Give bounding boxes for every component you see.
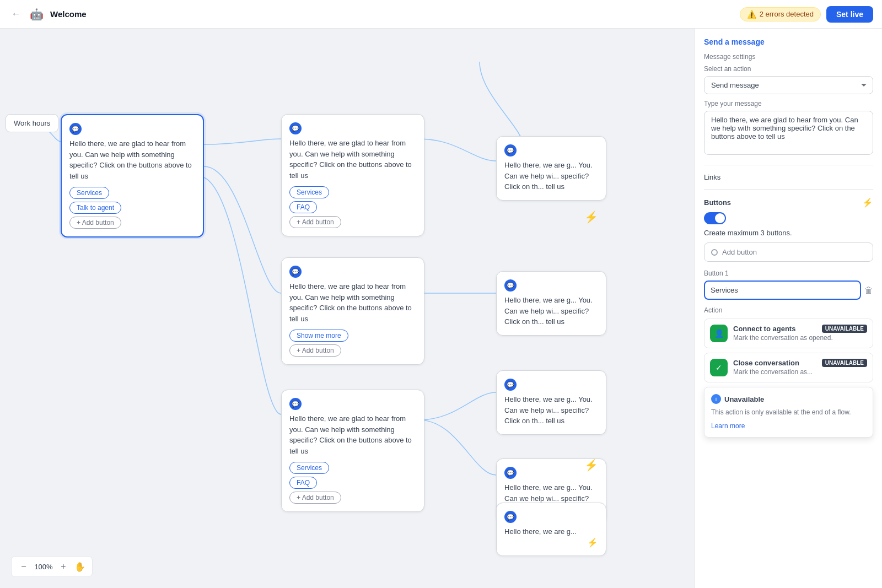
lightning-icon: ⚡ [862, 197, 873, 208]
action-icon-1: 👤 [710, 325, 728, 342]
tooltip-header: i Unavailable [711, 394, 866, 404]
node-text-6: Hello there, we are glad to hear from yo… [289, 413, 416, 456]
flow-node-3[interactable]: 💬 Hello there, we are g... You. Can we h… [496, 136, 606, 201]
divider-1 [704, 165, 873, 165]
warning-icon: ⚠️ [747, 10, 756, 19]
node-icon-1: 💬 [69, 123, 82, 135]
error-count: 2 errors detected [760, 10, 814, 18]
buttons-label: Buttons [704, 198, 731, 207]
unavailable-badge-1: UNAVAILABLE [822, 325, 867, 333]
links-label: Links [704, 173, 873, 181]
topbar-left: ← 🤖 Welcome [9, 6, 87, 22]
node-icon-5: 💬 [504, 279, 517, 292]
node-text-5: Hello there, we are g... You. Can we hel… [504, 295, 598, 327]
add-button-row[interactable]: Add button [704, 242, 873, 262]
node-icon-8: 💬 [504, 467, 517, 479]
connect-agents-icon: 👤 [714, 329, 724, 338]
node-buttons-6: Services FAQ + Add button [289, 462, 416, 504]
node-text-4: Hello there, we are glad to hear from yo… [289, 281, 416, 324]
services-button-2[interactable]: Services [289, 186, 329, 198]
node-text-9: Hello there, we are g... [504, 526, 598, 537]
flow-node-4[interactable]: 💬 Hello there, we are glad to hear from … [281, 257, 424, 365]
talk-agent-button[interactable]: Talk to agent [69, 202, 121, 214]
tooltip-text: This action is only available at the end… [711, 407, 866, 417]
send-message-title: Send a message [704, 37, 873, 46]
radio-dot [711, 249, 718, 256]
services-button-6[interactable]: Services [289, 462, 329, 474]
right-panel: Send a message Message settings Select a… [695, 29, 882, 588]
lightning-1: ⚡ [584, 211, 598, 224]
add-button-1[interactable]: + Add button [69, 217, 121, 229]
button1-label: Button 1 [704, 269, 873, 277]
action-content-2: Close conversation Mark the conversation… [733, 359, 813, 376]
action-desc-1: Mark the conversation as opened. [733, 334, 833, 342]
delete-button1[interactable]: 🗑 [864, 285, 873, 295]
back-button[interactable]: ← [9, 6, 23, 22]
flow-node-9[interactable]: 💬 Hello there, we are g... ⚡ [496, 503, 606, 556]
action-desc-2: Mark the conversation as... [733, 368, 813, 376]
work-hours-node: Work hours [6, 114, 58, 132]
info-icon: i [711, 394, 721, 404]
add-button-label: Add button [722, 248, 757, 256]
toggle-wrap [704, 212, 873, 224]
faq-button-2[interactable]: FAQ [289, 201, 317, 213]
action-icon-2: ✓ [710, 359, 728, 376]
set-live-button[interactable]: Set live [826, 6, 873, 23]
add-button-2[interactable]: + Add button [289, 216, 341, 228]
action-item-1: 👤 Connect to agents Mark the conversatio… [704, 319, 873, 348]
work-hours-label: Work hours [14, 119, 50, 127]
flow-node-5[interactable]: 💬 Hello there, we are g... You. Can we h… [496, 271, 606, 336]
node-icon-7: 💬 [504, 379, 517, 391]
action-label: Action [704, 306, 873, 314]
create-max-text: Create maximum 3 buttons. [704, 229, 873, 237]
flow-node-2[interactable]: 💬 Hello there, we are glad to hear from … [281, 114, 424, 236]
zoom-in-button[interactable]: + [57, 560, 70, 573]
lightning-2: ⚡ [584, 458, 598, 472]
tooltip-title: Unavailable [724, 395, 764, 403]
hand-tool-button[interactable]: ✋ [73, 560, 87, 573]
node-buttons-2: Services FAQ + Add button [289, 186, 416, 228]
action-title-2: Close conversation [733, 359, 813, 367]
topbar: ← 🤖 Welcome ⚠️ 2 errors detected Set liv… [0, 0, 882, 29]
zoom-out-button[interactable]: − [17, 560, 30, 573]
node-text-1: Hello there, we are glad to hear from yo… [69, 138, 195, 181]
action-content-1: Connect to agents Mark the conversation … [733, 325, 833, 342]
app-icon: 🤖 [30, 8, 44, 21]
flow-node-1[interactable]: 💬 Hello there, we are glad to hear from … [61, 114, 204, 238]
button1-input[interactable] [704, 280, 861, 300]
node-text-3: Hello there, we are g... You. Can we hel… [504, 160, 598, 192]
message-textarea[interactable]: Hello there, we are glad to hear from yo… [704, 111, 873, 155]
add-button-6[interactable]: + Add button [289, 492, 341, 504]
type-message-label: Type your message [704, 100, 873, 107]
action-title-1: Connect to agents [733, 325, 833, 333]
node-icon-3: 💬 [504, 144, 517, 157]
action-item-2: ✓ Close conversation Mark the conversati… [704, 353, 873, 382]
node-buttons-1: Services Talk to agent + Add button [69, 187, 195, 229]
unavailable-tooltip: i Unavailable This action is only availa… [704, 387, 873, 438]
node-buttons-4: Show me more + Add button [289, 330, 416, 357]
flow-node-7[interactable]: 💬 Hello there, we are g... You. Can we h… [496, 370, 606, 435]
app-title: Welcome [50, 9, 87, 19]
add-button-4[interactable]: + Add button [289, 344, 341, 357]
flow-node-6[interactable]: 💬 Hello there, we are glad to hear from … [281, 390, 424, 512]
buttons-toggle[interactable] [704, 212, 726, 224]
node-text-7: Hello there, we are g... You. Can we hel… [504, 394, 598, 427]
learn-more-link[interactable]: Learn more [711, 422, 745, 430]
services-button-1[interactable]: Services [69, 187, 109, 199]
node-icon-4: 💬 [289, 266, 302, 278]
faq-button-6[interactable]: FAQ [289, 477, 317, 489]
show-more-button[interactable]: Show me more [289, 330, 348, 342]
node-icon-9: 💬 [504, 511, 517, 523]
action-select[interactable]: Send message [704, 76, 873, 94]
button1-row: 🗑 [704, 280, 873, 300]
zoom-level: 100% [34, 563, 53, 571]
canvas-controls: − 100% + ✋ [11, 556, 93, 577]
node-icon-2: 💬 [289, 122, 302, 134]
topbar-right: ⚠️ 2 errors detected Set live [740, 6, 873, 23]
node-text-2: Hello there, we are glad to hear from yo… [289, 138, 416, 181]
toggle-knob [715, 213, 725, 223]
select-action-label: Select an action [704, 65, 873, 73]
close-conv-icon: ✓ [716, 363, 722, 372]
node-icon-6: 💬 [289, 398, 302, 410]
error-badge: ⚠️ 2 errors detected [740, 7, 821, 21]
